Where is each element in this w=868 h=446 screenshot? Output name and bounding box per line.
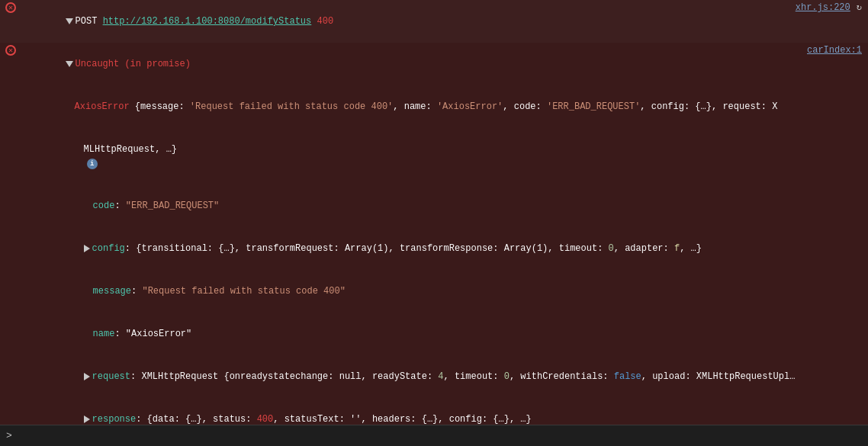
error-icon-2: ✕ <box>0 43 21 56</box>
axios-error-name: AxiosError <box>75 101 135 112</box>
code-prop-text: code: "ERR_BAD_REQUEST" <box>49 185 868 226</box>
car-index-link[interactable]: carIndex:1 <box>801 43 868 57</box>
reload-icon[interactable]: ↻ <box>857 1 868 14</box>
method-label: POST <box>76 16 103 27</box>
config-prop-line: config: {transitional: {…}, transformReq… <box>0 227 868 270</box>
uncaught-error-line: ✕ Uncaught (in promise) carIndex:1 <box>0 43 868 85</box>
toggle-right-icon-config[interactable] <box>84 245 90 252</box>
message-prop-text: message: "Request failed with status cod… <box>49 271 868 312</box>
toggle-right-icon-request[interactable] <box>84 373 90 380</box>
axios-error-text-2: MLHttpRequest, …} i <box>40 129 868 184</box>
toggle-down-icon-2[interactable] <box>66 61 73 67</box>
uncaught-label: Uncaught (in promise) <box>76 59 191 69</box>
name-prop-line: name: "AxiosError" <box>0 313 868 355</box>
message-prop-line: message: "Request failed with status cod… <box>0 270 868 313</box>
axios-error-text: AxiosError {message: 'Request failed wit… <box>31 86 868 127</box>
response-prop-line: response: {data: {…}, status: 400, statu… <box>0 398 868 425</box>
circle-x-icon-2: ✕ <box>5 45 16 56</box>
console-panel: ✕ POST http://192.168.1.100:8080/modifyS… <box>0 0 868 446</box>
console-input-bar[interactable]: > <box>0 425 868 446</box>
info-icon[interactable]: i <box>87 159 98 169</box>
response-prop-text: response: {data: {…}, status: 400, statu… <box>40 399 868 425</box>
axios-error-detail: AxiosError {message: 'Request failed wit… <box>0 85 868 128</box>
status-code: 400 <box>311 16 333 27</box>
toggle-right-icon-response[interactable] <box>84 416 90 423</box>
http-error-line: ✕ POST http://192.168.1.100:8080/modifyS… <box>0 0 868 43</box>
axios-error-detail-2: MLHttpRequest, …} i <box>0 128 868 184</box>
toggle-down-icon[interactable] <box>66 18 73 24</box>
request-url[interactable]: http://192.168.1.100:8080/modifyStatus <box>103 16 312 27</box>
xhr-link[interactable]: xhr.js:220 <box>789 1 857 14</box>
console-prompt-icon: > <box>6 430 12 441</box>
request-prop-text: request: XMLHttpRequest {onreadystatecha… <box>40 356 868 397</box>
error-icon: ✕ <box>0 1 21 13</box>
config-prop-text: config: {transitional: {…}, transformReq… <box>40 228 868 269</box>
code-prop-line: code: "ERR_BAD_REQUEST" <box>0 184 868 227</box>
request-prop-line: request: XMLHttpRequest {onreadystatecha… <box>0 355 868 398</box>
name-prop-text: name: "AxiosError" <box>49 313 868 355</box>
uncaught-text: Uncaught (in promise) <box>21 43 801 85</box>
console-output: ✕ POST http://192.168.1.100:8080/modifyS… <box>0 0 868 425</box>
circle-x-icon: ✕ <box>5 2 16 13</box>
http-error-text: POST http://192.168.1.100:8080/modifySta… <box>21 1 789 42</box>
